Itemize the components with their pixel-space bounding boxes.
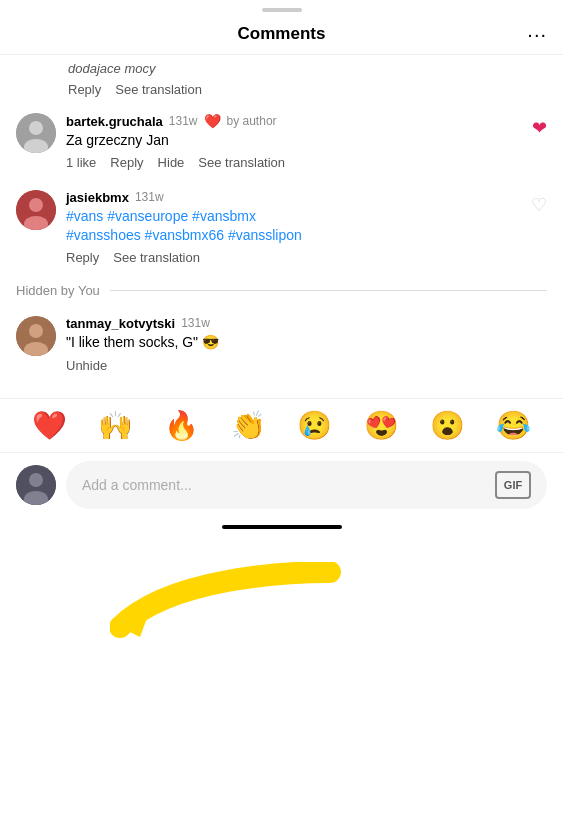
heart-icon-jasiek: ♡ xyxy=(531,194,547,216)
emoji-clap[interactable]: 👏 xyxy=(231,409,266,442)
hashtag-vansshoes: #vansshoes xyxy=(66,227,141,243)
svg-point-11 xyxy=(29,473,43,487)
comment-body-bartek: bartek.gruchala 131w ❤️ by author Za grz… xyxy=(66,113,547,170)
like-button-jasiek[interactable]: ♡ xyxy=(531,194,547,216)
see-translation-jasiek[interactable]: See translation xyxy=(113,250,200,265)
hashtag-vansslipon: #vansslipon xyxy=(228,227,302,243)
comment-text-tanmay: "I like them socks, G" 😎 xyxy=(66,333,547,353)
by-author-label: by author xyxy=(227,114,277,128)
comment-meta-jasiek: jasiekbmx 131w xyxy=(66,190,547,205)
comment-text-jasiek: #vans #vanseurope #vansbmx #vansshoes #v… xyxy=(66,207,547,246)
comment-placeholder[interactable]: Add a comment... xyxy=(82,477,192,493)
comment-text-bartek: Za grzeczny Jan xyxy=(66,131,547,151)
emoji-reaction-bar: ❤️ 🙌 🔥 👏 😢 😍 😮 😂 xyxy=(0,398,563,452)
truncated-reply-button[interactable]: Reply xyxy=(68,82,101,97)
header-title: Comments xyxy=(238,24,326,44)
time-bartek: 131w xyxy=(169,114,198,128)
hidden-line xyxy=(110,290,547,291)
comment-jasiek: jasiekbmx 131w #vans #vanseurope #vansbm… xyxy=(0,180,563,275)
emoji-heart-eyes[interactable]: 😍 xyxy=(364,409,399,442)
avatar-tanmay xyxy=(16,316,56,356)
time-jasiek: 131w xyxy=(135,190,164,204)
avatar-bartek xyxy=(16,113,56,153)
emoji-raised-hands[interactable]: 🙌 xyxy=(98,409,133,442)
comments-header: Comments ··· xyxy=(0,18,563,55)
username-bartek: bartek.gruchala xyxy=(66,114,163,129)
hashtag-vans: #vans xyxy=(66,208,103,224)
comment-actions-jasiek: Reply See translation xyxy=(66,250,547,265)
hashtag-vansbmx66: #vansbmx66 xyxy=(145,227,224,243)
author-heart-icon: ❤️ xyxy=(204,113,221,129)
hashtag-vanseurope: #vanseurope xyxy=(107,208,188,224)
more-options-button[interactable]: ··· xyxy=(527,23,547,46)
comment-body-tanmay: tanmay_kotvytski 131w "I like them socks… xyxy=(66,316,547,375)
comment-bartek: bartek.gruchala 131w ❤️ by author Za grz… xyxy=(0,103,563,180)
hide-button-bartek[interactable]: Hide xyxy=(158,155,185,170)
comment-input-area: Add a comment... GIF xyxy=(0,452,563,517)
truncated-comment-actions: Reply See translation xyxy=(68,80,547,99)
emoji-heart[interactable]: ❤️ xyxy=(32,409,67,442)
drag-handle xyxy=(262,8,302,12)
gif-button[interactable]: GIF xyxy=(495,471,531,499)
emoji-laugh[interactable]: 😂 xyxy=(496,409,531,442)
emoji-surprised[interactable]: 😮 xyxy=(430,409,465,442)
svg-point-1 xyxy=(29,121,43,135)
heart-icon-bartek: ❤ xyxy=(532,117,547,139)
like-button-bartek[interactable]: ❤ xyxy=(532,117,547,139)
avatar-jasiek xyxy=(16,190,56,230)
comment-input-box[interactable]: Add a comment... GIF xyxy=(66,461,547,509)
see-translation-bartek[interactable]: See translation xyxy=(198,155,285,170)
hashtag-vansbmx: #vansbmx xyxy=(192,208,256,224)
comment-body-jasiek: jasiekbmx 131w #vans #vanseurope #vansbm… xyxy=(66,190,547,265)
comment-meta-bartek: bartek.gruchala 131w ❤️ by author xyxy=(66,113,547,129)
truncated-see-translation-button[interactable]: See translation xyxy=(115,82,202,97)
truncated-comment: dodajace mocy Reply See translation xyxy=(0,55,563,103)
reply-button-bartek[interactable]: Reply xyxy=(110,155,143,170)
comment-tanmay: tanmay_kotvytski 131w "I like them socks… xyxy=(0,306,563,385)
unhide-button[interactable]: Unhide xyxy=(66,358,107,373)
comment-meta-tanmay: tanmay_kotvytski 131w xyxy=(66,316,547,331)
svg-point-4 xyxy=(29,198,43,212)
like-count-bartek[interactable]: 1 like xyxy=(66,155,96,170)
svg-point-7 xyxy=(29,324,43,338)
hidden-divider: Hidden by You xyxy=(0,275,563,306)
comment-actions-bartek: 1 like Reply Hide See translation xyxy=(66,155,547,170)
truncated-comment-text: dodajace mocy xyxy=(68,61,547,76)
emoji-cry[interactable]: 😢 xyxy=(297,409,332,442)
comments-area: dodajace mocy Reply See translation bart… xyxy=(0,55,563,394)
arrow-annotation xyxy=(110,562,350,642)
username-jasiek: jasiekbmx xyxy=(66,190,129,205)
reply-button-jasiek[interactable]: Reply xyxy=(66,250,99,265)
hidden-label: Hidden by You xyxy=(16,283,100,298)
username-tanmay: tanmay_kotvytski xyxy=(66,316,175,331)
time-tanmay: 131w xyxy=(181,316,210,330)
svg-marker-9 xyxy=(120,610,150,637)
current-user-avatar xyxy=(16,465,56,505)
emoji-fire[interactable]: 🔥 xyxy=(164,409,199,442)
home-indicator xyxy=(222,525,342,529)
